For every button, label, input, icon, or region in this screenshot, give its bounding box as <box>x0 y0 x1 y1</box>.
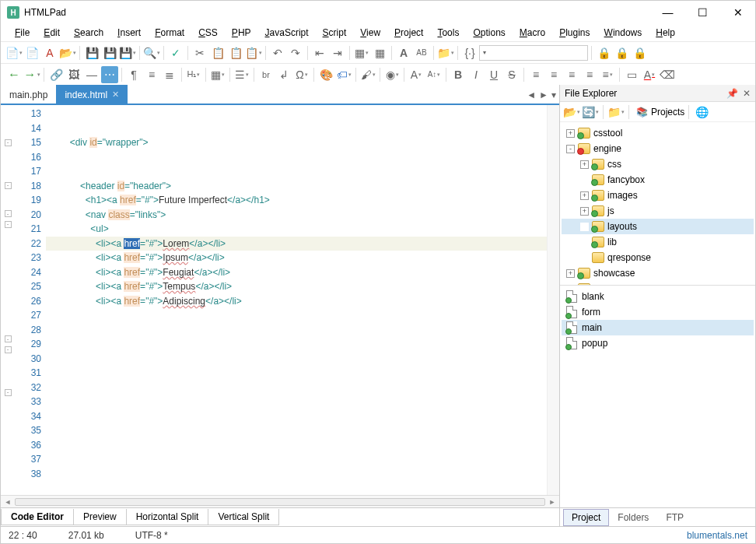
scroll-thumb[interactable] <box>15 498 545 506</box>
tag-ab-icon[interactable]: AB <box>413 44 430 61</box>
hr-icon[interactable]: — <box>83 66 100 83</box>
menu-javascript[interactable]: JavaScript <box>259 26 315 40</box>
link-icon[interactable]: 🔗 <box>47 66 65 83</box>
tree-item-layouts[interactable]: layouts <box>562 219 754 234</box>
projects-label[interactable]: Projects <box>651 107 684 118</box>
br-icon[interactable]: br <box>257 66 275 83</box>
expand-icon[interactable]: + <box>580 160 589 169</box>
copy-icon[interactable]: 📋 <box>209 44 226 61</box>
font-icon[interactable]: A <box>408 66 425 83</box>
projects-icon[interactable]: 📚 <box>636 107 648 118</box>
undo-icon[interactable]: ↶ <box>269 44 286 61</box>
menu-search[interactable]: Search <box>68 26 110 40</box>
file-list[interactable]: blankformmainpopup <box>560 286 755 507</box>
heading-icon[interactable]: H₁ <box>185 66 202 83</box>
file-item-main[interactable]: main <box>562 320 754 335</box>
strike-icon[interactable]: S <box>503 66 520 83</box>
fold-29[interactable]: - <box>5 335 12 342</box>
align-center-icon[interactable]: ≡ <box>545 66 562 83</box>
menu-help[interactable]: Help <box>649 26 681 40</box>
menu-css[interactable]: CSS <box>192 26 224 40</box>
tab-close-icon[interactable]: ✕ <box>112 89 119 100</box>
horizontal-scrollbar[interactable]: ◄ ► <box>1 495 559 507</box>
panel-pin-icon[interactable]: 📌 <box>726 88 738 99</box>
tab-menu-icon[interactable]: ▾ <box>551 89 556 100</box>
tree-item-csstool[interactable]: +csstool <box>562 125 754 141</box>
fold-20[interactable]: - <box>5 210 12 217</box>
lock1-icon[interactable]: 🔒 <box>595 44 612 61</box>
menu-windows[interactable]: Windows <box>598 26 649 40</box>
fold-gutter[interactable]: ------- <box>1 105 15 495</box>
fold-30[interactable]: - <box>5 346 12 353</box>
table-icon[interactable]: ▦ <box>209 66 226 83</box>
bottom-tab-code-editor[interactable]: Code Editor <box>1 509 74 525</box>
tree-item-qresponse[interactable]: qresponse <box>562 250 754 265</box>
sidebar-tab-project[interactable]: Project <box>563 509 609 526</box>
tree-item-engine[interactable]: -engine <box>562 141 754 156</box>
rings-icon[interactable]: ◉ <box>383 66 401 83</box>
save-all-icon[interactable]: 💾 <box>101 44 118 61</box>
back-icon[interactable]: ← <box>5 66 23 83</box>
expand-icon[interactable]: + <box>566 129 575 138</box>
folder-tree[interactable]: +csstool-engine+cssfancybox+images+jslay… <box>560 122 755 286</box>
scroll-right-icon[interactable]: ► <box>547 498 558 506</box>
menu-plugins[interactable]: Plugins <box>553 26 596 40</box>
palette-icon[interactable]: 🎨 <box>317 66 334 83</box>
bottom-tab-vertical-split[interactable]: Vertical Split <box>208 509 279 525</box>
menu-options[interactable]: Options <box>467 26 511 40</box>
eraser-icon[interactable]: ⌫ <box>659 66 676 83</box>
vertical-scrollbar[interactable] <box>547 105 559 495</box>
lock2-icon[interactable]: 🔒 <box>613 44 630 61</box>
font-size-icon[interactable]: A↕ <box>425 66 443 83</box>
globe-icon[interactable]: 🌐 <box>693 104 710 121</box>
underline-icon[interactable]: U <box>485 66 502 83</box>
brackets-icon[interactable]: {·} <box>461 44 478 61</box>
forward-icon[interactable]: → <box>23 66 40 83</box>
list-ul-icon[interactable]: ≣ <box>161 66 178 83</box>
folder-icon[interactable]: 📁 <box>437 44 454 61</box>
lock3-icon[interactable]: 🔒 <box>631 44 648 61</box>
panel-toggle-icon[interactable]: ▦ <box>353 44 370 61</box>
tab-prev-icon[interactable]: ◄ <box>527 89 536 100</box>
minimize-button[interactable]: — <box>650 1 685 24</box>
tree-item-fancybox[interactable]: fancybox <box>562 172 754 188</box>
brush-icon[interactable]: 🖌 <box>359 66 376 83</box>
code-content[interactable]: <div id="wrapper"> <header id="header"> … <box>46 105 547 495</box>
save-icon[interactable]: 💾 <box>83 44 100 61</box>
fold-18[interactable]: - <box>5 182 12 189</box>
outdent-icon[interactable]: ⇤ <box>311 44 328 61</box>
expand-icon[interactable]: + <box>580 207 589 216</box>
code-editor[interactable]: ------- 13141516171819202122232425262728… <box>1 105 559 495</box>
redo-icon[interactable]: ↷ <box>287 44 304 61</box>
expand-icon[interactable]: - <box>566 145 575 153</box>
save-as-icon[interactable]: 💾 <box>119 44 136 61</box>
new-file-icon[interactable]: 📄 <box>5 44 23 61</box>
file-item-popup[interactable]: popup <box>562 335 754 351</box>
bottom-tab-preview[interactable]: Preview <box>73 509 127 525</box>
form-icon[interactable]: ☰ <box>233 66 250 83</box>
menu-macro[interactable]: Macro <box>513 26 551 40</box>
italic-icon[interactable]: I <box>467 66 485 83</box>
close-button[interactable]: ✕ <box>720 1 755 24</box>
panel-close-icon[interactable]: ✕ <box>743 88 751 99</box>
vendor-link[interactable]: blumentals.net <box>687 530 747 541</box>
menu-file[interactable]: File <box>9 26 36 40</box>
fold-15[interactable]: - <box>5 139 12 146</box>
align-right-icon[interactable]: ≡ <box>563 66 580 83</box>
menu-insert[interactable]: Insert <box>111 26 147 40</box>
search-icon[interactable]: 🔍 <box>143 44 160 61</box>
tree-item-images[interactable]: +images <box>562 188 754 203</box>
fold-21[interactable]: - <box>5 221 12 228</box>
file-item-form[interactable]: form <box>562 304 754 320</box>
comment-icon[interactable]: ⋯ <box>101 66 118 83</box>
grid-icon[interactable]: ▦ <box>371 44 388 61</box>
folder-open-icon[interactable]: 📁 <box>607 104 625 121</box>
sidebar-tab-ftp[interactable]: FTP <box>657 509 692 526</box>
new-html-icon[interactable]: A <box>41 44 58 61</box>
tab-next-icon[interactable]: ► <box>539 89 548 100</box>
menu-php[interactable]: PHP <box>226 26 257 40</box>
tab-main-php[interactable]: main.php <box>1 85 56 104</box>
bottom-tab-horizontal-split[interactable]: Horizontal Split <box>126 509 209 525</box>
scroll-left-icon[interactable]: ◄ <box>2 498 13 506</box>
maximize-button[interactable]: ☐ <box>685 1 720 24</box>
